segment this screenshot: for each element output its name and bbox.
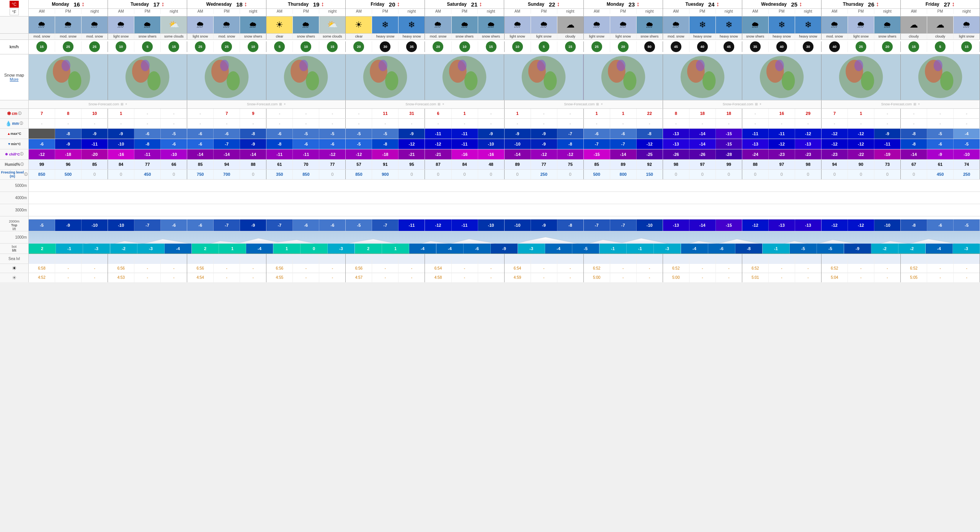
- min-temp-4-1: -8: [372, 139, 399, 149]
- min-temp-11-1: -6: [927, 139, 954, 149]
- sunset-5-2: -: [478, 273, 505, 282]
- wind-cell-5-0: 20: [425, 41, 451, 52]
- sealvl-5-2: [478, 254, 505, 264]
- toplift-6-0: -10: [505, 219, 531, 231]
- sealvl-3-1: [293, 254, 319, 264]
- weather-icon-11-2: 🌨: [954, 16, 980, 33]
- celsius-button[interactable]: °C: [10, 1, 19, 8]
- condition-cell-7-1: light snow: [610, 34, 637, 39]
- expand-icon-0[interactable]: ⊞: [121, 102, 124, 106]
- humid-3-0: 61: [266, 160, 293, 169]
- sub-col-11-2: night: [954, 9, 980, 14]
- freeze-7-2: 150: [637, 170, 663, 179]
- freeze-5-1: 0: [452, 170, 478, 179]
- toplift-7-0: -7: [584, 219, 610, 231]
- humid-4-1: 91: [372, 160, 399, 169]
- plus-icon-2[interactable]: +: [442, 102, 444, 106]
- freeze-info-icon[interactable]: ⓘ: [24, 172, 28, 177]
- humid-info-icon[interactable]: ⓘ: [20, 162, 24, 167]
- svg-point-39: [616, 60, 625, 71]
- humid-1-1: 77: [134, 160, 161, 169]
- svg-point-29: [458, 60, 467, 71]
- map-svg-9: [742, 54, 821, 100]
- humid-cells: 9996858477668594886170775791958784488977…: [29, 160, 980, 169]
- botlift-10-0: -9: [844, 244, 871, 254]
- svg-point-49: [775, 60, 784, 71]
- sealvl-5-0: [425, 254, 451, 264]
- map-svg-0: [29, 54, 108, 100]
- alt-3000m-content: [29, 204, 980, 216]
- sunset-9-2: -: [795, 273, 822, 282]
- snow-mm-label: 💧 mm ⓘ: [0, 119, 29, 128]
- expand-icon-2[interactable]: ⊞: [438, 102, 441, 106]
- svg-point-4: [62, 60, 70, 71]
- wind-cell-3-1: 10: [293, 41, 319, 52]
- plus-icon-5[interactable]: +: [918, 102, 920, 106]
- sunset-row: ☀ 4:52--4:53--4:54--4:55--4:57--4:58--4:…: [0, 273, 980, 282]
- day-title-5: Saturday 21↕: [425, 0, 504, 9]
- sunrise-1-2: -: [161, 264, 187, 273]
- wind-circle-3-0: 5: [274, 41, 285, 52]
- expand-icon-4[interactable]: ⊞: [755, 102, 758, 106]
- plus-icon-3[interactable]: +: [601, 102, 603, 106]
- snow-mm-9-0: -: [742, 119, 769, 128]
- min-temp-3-1: -6: [293, 139, 319, 149]
- sunrise-10-0: 6:52: [822, 264, 848, 273]
- botlift-7-1: -1: [627, 244, 654, 254]
- freeze-2-2: 0: [240, 170, 266, 179]
- wind-cell-11-2: 15: [954, 41, 980, 52]
- min-temp-0-0: -6: [29, 139, 55, 149]
- expand-icon-5[interactable]: ⊞: [913, 102, 916, 106]
- freeze-0-1: 500: [55, 170, 82, 179]
- day-title-3: Thursday 19↕: [266, 0, 345, 9]
- watermark-text-4: Snow-Forecast.com: [723, 102, 753, 106]
- plus-icon-4[interactable]: +: [760, 102, 761, 106]
- map-svg-8: [663, 54, 742, 100]
- humid-10-1: 90: [848, 160, 874, 169]
- chill-info-icon[interactable]: ⓘ: [20, 152, 23, 157]
- day-title-4: Friday 20↕: [346, 0, 425, 9]
- wind-cell-11-0: 15: [901, 41, 927, 52]
- unit-toggle[interactable]: °C °F: [10, 1, 19, 15]
- freeze-5-0: 0: [425, 170, 451, 179]
- day-title-0: Monday 16↕: [29, 0, 108, 9]
- toplift-2-2: -9: [240, 219, 266, 231]
- sealvl-7-1: [610, 254, 637, 264]
- expand-icon-3[interactable]: ⊞: [596, 102, 599, 106]
- sunset-10-2: -: [874, 273, 901, 282]
- wind-cell-8-0: 45: [663, 41, 689, 52]
- chill-temp-7-0: -15: [584, 149, 610, 159]
- plus-icon-1[interactable]: +: [284, 102, 286, 106]
- sealvl-label: Sea lvl: [0, 254, 29, 264]
- alt-4000m-content: [29, 192, 980, 204]
- sealvl-6-2: [557, 254, 584, 264]
- humid-5-2: 48: [478, 160, 505, 169]
- snow-cm-11-2: -: [954, 109, 980, 118]
- max-temp-4-2: -9: [399, 129, 425, 139]
- snow-cm-4-2: 31: [399, 109, 425, 118]
- snow-map-4: [346, 54, 425, 100]
- map-svg-10: [822, 54, 900, 100]
- weather-icon-0-0: 🌨: [29, 16, 55, 33]
- min-temp-9-0: -13: [742, 139, 769, 149]
- fahrenheit-button[interactable]: °F: [10, 8, 19, 15]
- day-arrows-7: ↕: [636, 1, 639, 8]
- snow-map-more-link[interactable]: More: [10, 77, 19, 82]
- sunrise-2-1: -: [214, 264, 240, 273]
- toplift-cells: -5-9-10-10-7-6-6-7-9-7-6-6-5-7-11-12-11-…: [29, 219, 980, 231]
- humid-9-0: 88: [742, 160, 769, 169]
- snow-cm-info-icon[interactable]: ⓘ: [18, 111, 21, 116]
- freeze-8-2: 0: [716, 170, 742, 179]
- expand-icon-1[interactable]: ⊞: [279, 102, 282, 106]
- day-title-10: Thursday 26↕: [822, 0, 900, 9]
- svg-point-48: [782, 71, 795, 90]
- day-arrows-2: ↕: [244, 1, 247, 8]
- condition-cell-8-0: mod. snow: [663, 34, 689, 39]
- plus-icon-0[interactable]: +: [125, 102, 127, 106]
- humid-8-0: 98: [663, 160, 689, 169]
- day-name-10: Thursday: [843, 2, 864, 7]
- sunrise-9-1: -: [769, 264, 795, 273]
- sunset-7-0: 5:00: [584, 273, 610, 282]
- snow-mm-info-icon[interactable]: ⓘ: [20, 121, 23, 126]
- max-temp-11-0: -8: [901, 129, 927, 139]
